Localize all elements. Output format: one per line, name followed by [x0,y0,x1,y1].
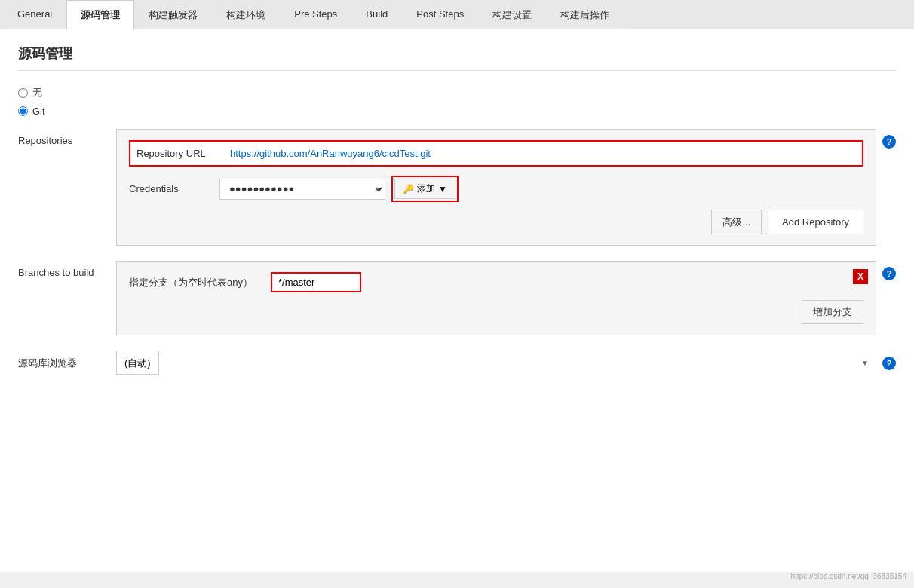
source-browser-section: 源码库浏览器 (自动) ? [18,351,896,375]
branches-label: Branches to build [18,261,116,278]
advanced-button[interactable]: 高级... [711,210,762,234]
scm-radio-group: 无 Git [18,86,896,117]
repositories-help-icon[interactable]: ? [882,135,896,149]
add-btn-wrapper: 🔑 添加 ▼ [391,176,459,202]
key-icon: 🔑 [403,184,414,194]
page-title: 源码管理 [18,44,896,71]
tab-post-build[interactable]: 构建后操作 [546,0,624,29]
repo-url-row: Repository URL [129,140,863,167]
add-label: 添加 [417,182,435,195]
source-browser-select-wrapper: (自动) [116,351,876,375]
repo-url-label: Repository URL [136,148,227,159]
branches-help-icon[interactable]: ? [882,267,896,280]
credentials-select-wrapper: ●●●●●●●●●●● [219,179,385,200]
credentials-select[interactable]: ●●●●●●●●●●● [219,179,385,200]
radio-none-label: 无 [32,86,42,100]
repo-actions: 高级... Add Repository [129,210,863,234]
radio-none-input[interactable] [18,88,28,98]
source-browser-label: 源码库浏览器 [18,351,116,370]
radio-git-input[interactable] [18,106,28,116]
tab-build-settings[interactable]: 构建设置 [478,0,546,29]
add-repository-button[interactable]: Add Repository [768,210,863,234]
repo-url-input[interactable] [227,146,856,161]
tab-general[interactable]: General [3,0,66,29]
source-browser-help-icon[interactable]: ? [882,357,896,370]
tab-build[interactable]: Build [351,0,402,29]
main-content: 源码管理 无 Git Repositories Repository URL C… [0,29,914,572]
radio-none-option[interactable]: 无 [18,86,896,100]
credentials-row: Credentials ●●●●●●●●●●● 🔑 添加 ▼ [129,176,863,202]
tab-build-trigger[interactable]: 构建触发器 [134,0,212,29]
tab-bar: General 源码管理 构建触发器 构建环境 Pre Steps Build … [0,0,914,29]
radio-git-label: Git [32,106,45,117]
delete-branch-button[interactable]: X [853,269,868,284]
source-browser-select[interactable]: (自动) [116,351,159,375]
add-credentials-button[interactable]: 🔑 添加 ▼ [394,179,455,199]
add-branch-button[interactable]: 增加分支 [802,300,863,324]
branches-body: X 指定分支（为空时代表any） 增加分支 [116,261,876,335]
radio-git-option[interactable]: Git [18,106,896,117]
tab-post-steps[interactable]: Post Steps [402,0,478,29]
credentials-label: Credentials [129,183,219,194]
tab-source-management[interactable]: 源码管理 [66,0,134,29]
branch-actions: 增加分支 [129,300,863,324]
repositories-label: Repositories [18,129,116,146]
branch-row: 指定分支（为空时代表any） [129,272,863,292]
credentials-select-outer: ●●●●●●●●●●● [219,179,385,200]
dropdown-arrow: ▼ [438,184,447,194]
tab-pre-steps[interactable]: Pre Steps [280,0,351,29]
repositories-body: Repository URL Credentials ●●●●●●●●●●● [116,129,876,246]
branch-input[interactable] [271,272,361,292]
branches-section: Branches to build X 指定分支（为空时代表any） 增加分支 … [18,261,896,335]
tab-build-env[interactable]: 构建环境 [212,0,280,29]
repositories-section: Repositories Repository URL Credentials … [18,129,896,246]
branch-specify-label: 指定分支（为空时代表any） [129,276,265,289]
add-btn-container: 🔑 添加 ▼ [391,176,459,202]
